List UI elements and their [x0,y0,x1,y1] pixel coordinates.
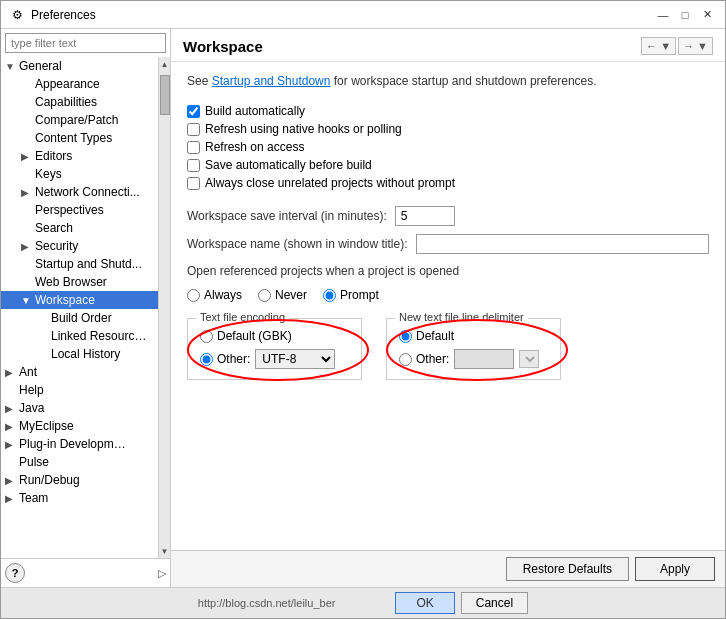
build-auto-checkbox[interactable] [187,105,200,118]
sidebar-item-build-order[interactable]: Build Order [1,309,158,327]
ok-button[interactable]: OK [395,592,454,614]
text-encoding-box: Text file encoding Default (GBK) [187,318,362,380]
sidebar-item-label: Linked Resource... [51,329,151,343]
sidebar-item-network[interactable]: ▶ Network Connecti... [1,183,158,201]
sidebar-item-linked-resources[interactable]: Linked Resource... [1,327,158,345]
prompt-option[interactable]: Prompt [323,288,379,302]
sidebar-item-local-history[interactable]: Local History [1,345,158,363]
watermark-bar: http://blog.csdn.net/leilu_ber OK Cancel [1,587,725,618]
sidebar-item-label: Content Types [35,131,112,145]
encoding-default-radio[interactable] [200,330,213,343]
sidebar-item-startup[interactable]: Startup and Shutd... [1,255,158,273]
close-button[interactable]: ✕ [697,5,717,25]
close-unrelated-checkbox[interactable] [187,177,200,190]
sidebar-item-appearance[interactable]: Appearance [1,75,158,93]
prompt-label: Prompt [340,288,379,302]
expand-all-icon[interactable]: ▷ [158,567,166,580]
always-label: Always [204,288,242,302]
scroll-thumb[interactable] [160,75,170,115]
encoding-other-option[interactable]: Other: [200,352,250,366]
encoding-other-radio[interactable] [200,353,213,366]
always-radio[interactable] [187,289,200,302]
build-auto-row[interactable]: Build automatically [187,104,709,118]
refresh-native-checkbox[interactable] [187,123,200,136]
delimiter-other-radio[interactable] [399,353,412,366]
never-radio[interactable] [258,289,271,302]
sidebar-item-general[interactable]: ▼ General [1,57,158,75]
save-interval-input[interactable] [395,206,455,226]
desc-prefix: See [187,74,212,88]
window-controls: — □ ✕ [653,5,717,25]
cancel-button[interactable]: Cancel [461,592,528,614]
encoding-other-select[interactable]: UTF-8 UTF-16 ISO-8859-1 GBK ASCII [255,349,335,369]
sidebar-item-capabilities[interactable]: Capabilities [1,93,158,111]
maximize-button[interactable]: □ [675,5,695,25]
sidebar-item-web-browser[interactable]: Web Browser [1,273,158,291]
sidebar-item-plugin-dev[interactable]: ▶ Plug-in Development [1,435,158,453]
sidebar-item-ant[interactable]: ▶ Ant [1,363,158,381]
filter-input[interactable] [5,33,166,53]
scroll-up-arrow[interactable]: ▲ [159,58,171,70]
left-panel: ▼ General Appearance Capabilities Compar… [1,29,171,587]
tree-scrollbar[interactable]: ▲ ▼ [158,57,170,558]
expand-arrow: ▶ [5,403,17,414]
sidebar-item-team[interactable]: ▶ Team [1,489,158,507]
expand-arrow: ▶ [5,367,17,378]
sidebar-item-label: Keys [35,167,62,181]
sidebar-item-label: General [19,59,62,73]
sidebar-item-run-debug[interactable]: ▶ Run/Debug [1,471,158,489]
build-auto-label: Build automatically [205,104,305,118]
delimiter-other-input[interactable] [454,349,514,369]
expand-arrow: ▶ [5,439,17,450]
sidebar-item-label: Capabilities [35,95,97,109]
help-button[interactable]: ? [5,563,25,583]
preferences-window: ⚙ Preferences — □ ✕ ▼ General [0,0,726,619]
close-unrelated-row[interactable]: Always close unrelated projects without … [187,176,709,190]
refresh-access-checkbox[interactable] [187,141,200,154]
sidebar-item-myeclipse[interactable]: ▶ MyEclipse [1,417,158,435]
refresh-access-row[interactable]: Refresh on access [187,140,709,154]
sidebar-item-workspace[interactable]: ▼ Workspace [1,291,158,309]
delimiter-other-option[interactable]: Other: [399,352,449,366]
back-button[interactable]: ← ▼ [641,37,676,55]
save-before-build-checkbox[interactable] [187,159,200,172]
sidebar-item-security[interactable]: ▶ Security [1,237,158,255]
sidebar-item-pulse[interactable]: Pulse [1,453,158,471]
delimiter-other-select[interactable] [519,350,539,368]
restore-defaults-button[interactable]: Restore Defaults [506,557,629,581]
title-bar: ⚙ Preferences — □ ✕ [1,1,725,29]
encoding-other-row: Other: UTF-8 UTF-16 ISO-8859-1 GBK ASCII [200,349,349,369]
expand-arrow: ▶ [5,493,17,504]
delimiter-default-option[interactable]: Default [399,329,454,343]
scroll-down-arrow[interactable]: ▼ [159,545,171,557]
never-option[interactable]: Never [258,288,307,302]
sidebar-item-label: Run/Debug [19,473,80,487]
expand-arrow: ▶ [5,475,17,486]
startup-shutdown-link[interactable]: Startup and Shutdown [212,74,331,88]
sidebar-item-java[interactable]: ▶ Java [1,399,158,417]
sidebar-item-keys[interactable]: Keys [1,165,158,183]
delimiter-default-row: Default [399,329,548,343]
sidebar-item-search[interactable]: Search [1,219,158,237]
save-before-build-row[interactable]: Save automatically before build [187,158,709,172]
sidebar-item-label: Help [19,383,44,397]
minimize-button[interactable]: — [653,5,673,25]
nav-arrows: ← ▼ → ▼ [641,37,713,55]
sidebar-item-content-types[interactable]: Content Types [1,129,158,147]
refresh-native-row[interactable]: Refresh using native hooks or polling [187,122,709,136]
always-option[interactable]: Always [187,288,242,302]
sidebar-item-compare-patch[interactable]: Compare/Patch [1,111,158,129]
sidebar-item-perspectives[interactable]: Perspectives [1,201,158,219]
sidebar-item-label: Network Connecti... [35,185,140,199]
forward-button[interactable]: → ▼ [678,37,713,55]
sidebar-item-label: Startup and Shutd... [35,257,142,271]
workspace-name-input[interactable] [416,234,709,254]
sidebar-item-editors[interactable]: ▶ Editors [1,147,158,165]
delimiter-default-radio[interactable] [399,330,412,343]
sidebar-item-help[interactable]: Help [1,381,158,399]
never-label: Never [275,288,307,302]
encoding-default-option[interactable]: Default (GBK) [200,329,292,343]
open-projects-options: Always Never Prompt [187,288,709,308]
prompt-radio[interactable] [323,289,336,302]
apply-button[interactable]: Apply [635,557,715,581]
